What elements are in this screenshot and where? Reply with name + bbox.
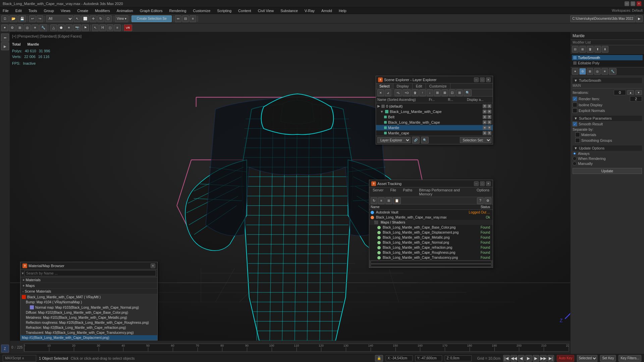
tb-vray-mat[interactable]: VR bbox=[124, 24, 132, 31]
ts-smooth-check[interactable]: ✓ bbox=[573, 122, 577, 126]
viewport-wrapper[interactable]: X Y Z [+] [Perspective] [Standard] [Edge… bbox=[10, 32, 570, 341]
tb-helpers[interactable]: ⚑ bbox=[82, 24, 89, 31]
se-select-none-btn[interactable]: ⊡ bbox=[449, 89, 455, 96]
tb-select-region[interactable]: ⬜ bbox=[81, 15, 89, 22]
se-tab-display[interactable]: Display bbox=[393, 83, 413, 89]
mb-item-6[interactable]: Refraction: Map #2(Black_Long_Mantle_wit… bbox=[24, 325, 157, 330]
ts-always-radio[interactable] bbox=[573, 152, 577, 156]
se-freeze-icon-belt[interactable]: ❄ bbox=[487, 115, 491, 119]
mod-btn-2[interactable]: ⊞ bbox=[579, 46, 586, 53]
menu-group[interactable]: Group bbox=[42, 9, 55, 13]
ts-update-btn[interactable]: Update bbox=[573, 168, 642, 174]
menu-vray[interactable]: V-Ray bbox=[303, 9, 316, 13]
tb-align[interactable]: ⊟ bbox=[182, 15, 189, 22]
ts-render-iter-check[interactable]: ✓ bbox=[573, 97, 577, 101]
set-key-btn[interactable]: Set Key bbox=[600, 355, 616, 362]
maximize-btn[interactable]: □ bbox=[631, 1, 635, 6]
tb-scale[interactable]: ⬡ bbox=[105, 15, 112, 22]
rp-tab-create[interactable]: ✦ bbox=[572, 68, 579, 75]
tb-create-panel[interactable]: ✦ bbox=[1, 24, 8, 31]
tb-display[interactable]: ☀ bbox=[32, 24, 39, 31]
ts-iter-val[interactable]: 0 bbox=[614, 90, 626, 95]
at-tab-server[interactable]: Server bbox=[369, 187, 387, 197]
tb-motion[interactable]: ◎ bbox=[24, 24, 31, 31]
menu-create[interactable]: Create bbox=[76, 9, 90, 13]
at-row-refraction[interactable]: Black_Long_Mantle_with_Cape_refraction.p… bbox=[369, 245, 493, 250]
at-row-normal[interactable]: Black_Long_Mantle_with_Cape_Normal.png F… bbox=[369, 240, 493, 245]
se-tab-edit[interactable]: Edit bbox=[413, 83, 426, 89]
mb-scene-materials-section[interactable]: - Scene Materials bbox=[20, 289, 157, 294]
se-select-all-btn[interactable]: ⊞ bbox=[434, 89, 441, 96]
se-vis-icon-default[interactable]: 👁 bbox=[483, 104, 487, 108]
ts-update-header[interactable]: ▼ Update Options bbox=[573, 145, 642, 151]
se-link-btn[interactable]: 🔗 bbox=[412, 137, 420, 143]
tb-hierarchy[interactable]: ⊞ bbox=[16, 24, 23, 31]
at-tab-paths[interactable]: Paths bbox=[399, 187, 416, 197]
at-settings-btn[interactable]: ⚙ bbox=[484, 197, 491, 204]
status-lock-btn[interactable]: 🔒 bbox=[375, 355, 383, 362]
tb-mirror[interactable]: ⇔ bbox=[175, 15, 181, 22]
mat-browser-titlebar[interactable]: 3 Material/Map Browser ✕ bbox=[20, 262, 157, 269]
window-controls[interactable]: ─ □ ✕ bbox=[625, 1, 641, 6]
rp-tab-utilities[interactable]: 🔧 bbox=[609, 68, 616, 75]
at-report-btn[interactable]: 📋 bbox=[393, 197, 401, 204]
pb-prev-frame[interactable]: ◀ bbox=[518, 355, 525, 362]
mb-item-7[interactable]: Translucent: Map #3(Black_Long_Mantle_wi… bbox=[24, 330, 157, 335]
at-row-metallic[interactable]: Black_Long_Mantle_with_Cape_Metallic.png… bbox=[369, 235, 493, 240]
mod-btn-4[interactable]: ⬆ bbox=[594, 46, 601, 53]
menu-graph-editors[interactable]: Graph Editors bbox=[139, 9, 164, 13]
mb-maps-section[interactable]: + Maps bbox=[20, 283, 157, 289]
menu-edit[interactable]: Edit bbox=[14, 9, 23, 13]
menu-content[interactable]: Content bbox=[237, 9, 253, 13]
menu-animation[interactable]: Animation bbox=[115, 9, 135, 13]
ts-explicit-check[interactable] bbox=[573, 108, 577, 113]
tb-redo[interactable]: ↪ bbox=[37, 15, 43, 22]
ts-render-iter-val[interactable]: 2 bbox=[630, 96, 642, 102]
ts-when-rendering-radio[interactable] bbox=[573, 157, 577, 161]
tb-path[interactable]: C:\Users\ukya\Documents\3ds Max 2022 bbox=[570, 15, 635, 22]
at-max-btn[interactable]: □ bbox=[480, 181, 485, 186]
ts-iter-up[interactable]: ▲ bbox=[627, 90, 634, 95]
se-row-default[interactable]: ▶ 0 (default) 👁 ❄ bbox=[376, 103, 493, 109]
se-row-cape-obj[interactable]: Black_Long_Mantle_with_Cape 👁 ❄ bbox=[376, 120, 493, 125]
mod-btn-3[interactable]: 🗑 bbox=[587, 46, 594, 53]
menu-file[interactable]: File bbox=[1, 9, 10, 13]
se-row-mantle[interactable]: Mantle 👁 ❄ bbox=[376, 125, 493, 130]
ts-materials-check[interactable] bbox=[575, 132, 580, 137]
se-close-btn[interactable]: ✕ bbox=[486, 77, 491, 82]
pb-play[interactable]: ▶ bbox=[525, 355, 532, 362]
menu-arnold[interactable]: Arnold bbox=[320, 9, 333, 13]
pb-end[interactable]: ▶| bbox=[547, 355, 554, 362]
se-add-layer-btn[interactable]: +L bbox=[394, 89, 402, 96]
ts-iter-down[interactable]: ▼ bbox=[635, 90, 642, 95]
key-filters-btn[interactable]: Key Filters... bbox=[619, 355, 641, 362]
pb-start[interactable]: |◀ bbox=[503, 355, 510, 362]
se-expand-btn[interactable]: ⊞ bbox=[456, 89, 463, 96]
tb-geom[interactable]: △ bbox=[50, 24, 57, 31]
timeline-ruler[interactable]: 0102030405060708090100110120130140150160… bbox=[24, 344, 569, 352]
se-freeze-icon-default[interactable]: ❄ bbox=[487, 104, 491, 108]
tb-modify-panel[interactable]: ⚙ bbox=[9, 24, 16, 31]
se-titlebar[interactable]: 3 Scene Explorer - Layer Explorer ─ □ ✕ bbox=[376, 76, 493, 83]
se-freeze-icon-group[interactable]: ❄ bbox=[487, 110, 491, 114]
mb-item-1[interactable]: Bump: Map #104 ( VRayNormalMap ) bbox=[24, 300, 157, 305]
pb-prev-key[interactable]: ◀◀ bbox=[511, 355, 517, 362]
se-vis-icon-cape[interactable]: 👁 bbox=[483, 120, 487, 124]
se-th-display[interactable]: Display a... bbox=[466, 97, 493, 102]
left-btn-2[interactable]: ▶ bbox=[1, 42, 9, 50]
at-detail-btn[interactable]: ⊞ bbox=[385, 197, 392, 204]
maxscript-mini[interactable]: MAXScript ∧ bbox=[3, 355, 36, 362]
tb-create-selection-set[interactable]: Create Selection Se bbox=[131, 15, 172, 22]
se-th-r[interactable]: R... bbox=[446, 97, 466, 102]
tb-open[interactable]: 📂 bbox=[9, 15, 17, 22]
at-help-btn[interactable]: ? bbox=[477, 197, 484, 204]
se-vis-icon-mantlecape[interactable]: 👁 bbox=[483, 131, 487, 135]
at-row-vault[interactable]: Autodesk Vault Logged Out ... bbox=[369, 210, 493, 215]
at-titlebar[interactable]: 3 Asset Tracking ─ □ ✕ bbox=[369, 180, 493, 187]
tb-shapes[interactable]: ⬟ bbox=[58, 24, 65, 31]
at-tab-file[interactable]: File bbox=[387, 187, 399, 197]
se-delete-btn[interactable]: 🗑 bbox=[412, 89, 419, 96]
at-row-base-color[interactable]: Black_Long_Mantle_with_Cape_Base_Color.p… bbox=[369, 225, 493, 230]
tb-new[interactable]: 🗋 bbox=[1, 15, 9, 22]
rp-tab-hierarchy[interactable]: ⊞ bbox=[587, 68, 593, 75]
